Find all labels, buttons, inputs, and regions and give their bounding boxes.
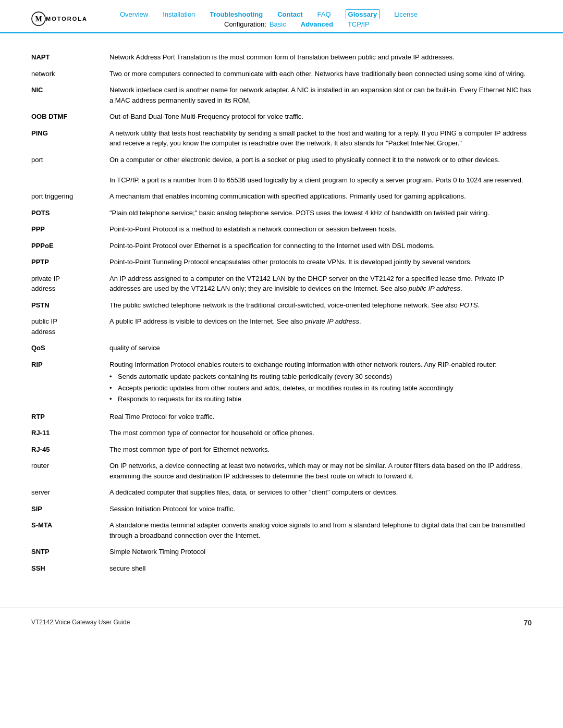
def-cell: Simple Network Timing Protocol: [109, 544, 532, 560]
page-header: M MOTOROLA Overview Installation Trouble…: [0, 0, 563, 33]
page-footer: VT2142 Voice Gateway User Guide 70: [0, 608, 563, 637]
term-cell: port triggering: [31, 188, 109, 205]
term-cell: NIC: [31, 82, 109, 108]
term-cell: port: [31, 152, 109, 189]
def-cell: Out-of-Band Dual-Tone Multi-Frequency pr…: [109, 108, 532, 125]
glossary-row: POTS "Plain old telephone service;" basi…: [31, 205, 532, 221]
term-cell: network: [31, 66, 109, 82]
def-cell: A dedicated computer that supplies files…: [109, 484, 532, 501]
nav-license[interactable]: License: [394, 10, 418, 18]
def-cell: The most common type of connector for ho…: [109, 425, 532, 441]
glossary-row: public IPaddress A public IP address is …: [31, 313, 532, 340]
nav-overview[interactable]: Overview: [120, 10, 148, 18]
def-cell: The public switched telephone network is…: [109, 297, 532, 314]
def-cell: On IP networks, a device connecting at l…: [109, 458, 532, 484]
def-cell: Routing Information Protocol enables rou…: [109, 356, 532, 409]
term-cell: OOB DTMF: [31, 108, 109, 125]
glossary-row: S-MTA A standalone media terminal adapte…: [31, 517, 532, 544]
nav-troubleshooting[interactable]: Troubleshooting: [210, 10, 263, 18]
def-cell: A network utility that tests host reacha…: [109, 125, 532, 152]
term-cell: router: [31, 458, 109, 484]
term-cell: QoS: [31, 340, 109, 356]
glossary-row: server A dedicated computer that supplie…: [31, 484, 532, 501]
glossary-row: NIC Network interface card is another na…: [31, 82, 532, 108]
nav-config-tcpip[interactable]: TCP/IP: [348, 20, 370, 28]
def-cell: A standalone media terminal adapter conv…: [109, 517, 532, 544]
def-cell: An IP address assigned to a computer on …: [109, 270, 532, 297]
nav-installation[interactable]: Installation: [163, 10, 195, 18]
term-cell: private IPaddress: [31, 270, 109, 297]
glossary-row: private IPaddress An IP address assigned…: [31, 270, 532, 297]
navigation: Overview Installation Troubleshooting Co…: [120, 9, 532, 28]
svg-text:M: M: [35, 15, 42, 23]
nav-contact[interactable]: Contact: [277, 10, 302, 18]
nav-config-advanced[interactable]: Advanced: [301, 20, 333, 28]
term-cell: PPPoE: [31, 238, 109, 254]
def-cell: On a computer or other electronic device…: [109, 152, 532, 189]
def-cell: secure shell: [109, 560, 532, 577]
term-cell: RTP: [31, 409, 109, 425]
footer-title: VT2142 Voice Gateway User Guide: [31, 619, 130, 627]
glossary-row: SNTP Simple Network Timing Protocol: [31, 544, 532, 560]
term-cell: public IPaddress: [31, 313, 109, 340]
nav-glossary[interactable]: Glossary: [346, 9, 380, 19]
term-cell: SNTP: [31, 544, 109, 560]
def-cell: Point-to-Point Protocol is a method to e…: [109, 221, 532, 238]
glossary-row: OOB DTMF Out-of-Band Dual-Tone Multi-Fre…: [31, 108, 532, 125]
def-cell: Session Initiation Protocol for voice tr…: [109, 501, 532, 517]
term-cell: PING: [31, 125, 109, 152]
glossary-row: PPPoE Point-to-Point Protocol over Ether…: [31, 238, 532, 254]
term-cell: S-MTA: [31, 517, 109, 544]
glossary-row: SSH secure shell: [31, 560, 532, 577]
def-cell: A public IP address is visible to device…: [109, 313, 532, 340]
glossary-row: RJ-45 The most common type of port for E…: [31, 441, 532, 458]
term-cell: PPTP: [31, 254, 109, 270]
term-cell: PPP: [31, 221, 109, 238]
main-content: NAPT Network Address Port Translation is…: [0, 33, 563, 608]
nav-config-basic[interactable]: Basic: [270, 20, 286, 28]
glossary-table: NAPT Network Address Port Translation is…: [31, 49, 532, 576]
motorola-logo-icon: M: [31, 11, 46, 26]
glossary-row: network Two or more computers connected …: [31, 66, 532, 82]
glossary-row: RIP Routing Information Protocol enables…: [31, 356, 532, 409]
def-cell: Network Address Port Translation is the …: [109, 49, 532, 66]
glossary-row: NAPT Network Address Port Translation is…: [31, 49, 532, 66]
glossary-row: PPP Point-to-Point Protocol is a method …: [31, 221, 532, 238]
def-cell: The most common type of port for Etherne…: [109, 441, 532, 458]
glossary-row: RTP Real Time Protocol for voice traffic…: [31, 409, 532, 425]
glossary-row: port On a computer or other electronic d…: [31, 152, 532, 189]
glossary-row: SIP Session Initiation Protocol for voic…: [31, 501, 532, 517]
glossary-row: RJ-11 The most common type of connector …: [31, 425, 532, 441]
term-cell: server: [31, 484, 109, 501]
glossary-row: QoS quality of service: [31, 340, 532, 356]
term-cell: NAPT: [31, 49, 109, 66]
term-cell: RIP: [31, 356, 109, 409]
def-cell: "Plain old telephone service;" basic ana…: [109, 205, 532, 221]
term-cell: RJ-45: [31, 441, 109, 458]
def-cell: A mechanism that enables incoming commun…: [109, 188, 532, 205]
nav-faq[interactable]: FAQ: [317, 10, 331, 18]
glossary-row: PSTN The public switched telephone netwo…: [31, 297, 532, 314]
term-cell: POTS: [31, 205, 109, 221]
nav-row-main: Overview Installation Troubleshooting Co…: [120, 9, 532, 19]
glossary-row: PING A network utility that tests host r…: [31, 125, 532, 152]
term-cell: PSTN: [31, 297, 109, 314]
def-cell: Real Time Protocol for voice traffic.: [109, 409, 532, 425]
glossary-row: router On IP networks, a device connecti…: [31, 458, 532, 484]
logo-area: M MOTOROLA: [31, 11, 99, 26]
term-cell: RJ-11: [31, 425, 109, 441]
term-cell: SSH: [31, 560, 109, 577]
def-cell: Point-to-Point Tunneling Protocol encaps…: [109, 254, 532, 270]
term-cell: SIP: [31, 501, 109, 517]
nav-row-sub: Configuration: Basic Advanced TCP/IP: [224, 20, 532, 28]
def-cell: Two or more computers connected to commu…: [109, 66, 532, 82]
page-number: 70: [523, 619, 532, 627]
brand-name: MOTOROLA: [46, 16, 88, 22]
glossary-row: PPTP Point-to-Point Tunneling Protocol e…: [31, 254, 532, 270]
def-cell: Network interface card is another name f…: [109, 82, 532, 108]
glossary-row: port triggering A mechanism that enables…: [31, 188, 532, 205]
def-cell: quality of service: [109, 340, 532, 356]
config-label: Configuration:: [224, 20, 266, 28]
def-cell: Point-to-Point Protocol over Ethernet is…: [109, 238, 532, 254]
